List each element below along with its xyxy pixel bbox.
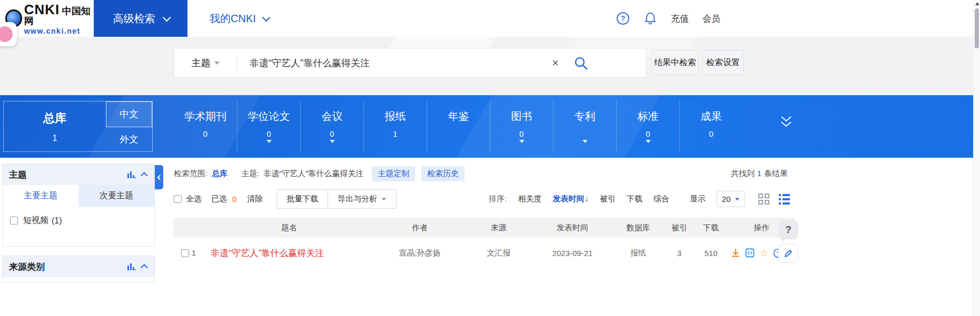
result-count-number: 1: [757, 169, 761, 178]
recharge-link[interactable]: 充值: [671, 13, 689, 25]
page-scrollbar[interactable]: [973, 0, 980, 316]
col-downloads: 下载: [694, 223, 728, 233]
dropdown-arrow-icon: [382, 198, 387, 200]
topic-item-label: 短视频: [23, 215, 48, 226]
floating-avatar[interactable]: [0, 22, 17, 46]
nav-item-patent[interactable]: 专利: [553, 101, 616, 152]
nav-item-thesis[interactable]: 学位论文 0: [237, 101, 300, 152]
sort-relevance[interactable]: 相关度: [518, 194, 542, 204]
col-title: 题名: [203, 223, 375, 233]
topic-group-header: 主题: [3, 164, 154, 185]
result-cited-count[interactable]: 3: [665, 249, 694, 258]
sort-label: 排序:: [489, 194, 507, 204]
search-history-badge[interactable]: 检索历史: [421, 166, 464, 181]
result-database: 报纸: [612, 248, 665, 258]
topic-custom-badge[interactable]: 主题定制: [372, 166, 415, 181]
nav-item-journal[interactable]: 学术期刊 0: [174, 101, 237, 152]
clear-selection-link[interactable]: 清除: [247, 194, 263, 204]
search-field-selector[interactable]: 主题: [174, 57, 236, 69]
nav-item-book[interactable]: 图书 0: [490, 101, 553, 152]
search-in-results-button[interactable]: 结果中检索: [651, 50, 699, 75]
result-source[interactable]: 文汇报: [464, 248, 533, 258]
sort-download[interactable]: 下载: [627, 194, 642, 204]
logo-site-url: www.cnki.net: [24, 27, 94, 35]
expand-more-chevron-icon[interactable]: [778, 115, 794, 129]
download-icon[interactable]: [731, 248, 740, 258]
my-cnki-menu[interactable]: 我的CNKI: [210, 12, 268, 26]
topic-query-text: 非遗“守艺人”靠什么赢得关注: [263, 169, 363, 179]
select-all-checkbox[interactable]: [174, 195, 182, 203]
nav-item-newspaper[interactable]: 报纸 1: [363, 101, 427, 152]
row-checkbox[interactable]: [181, 249, 189, 257]
tab-chinese[interactable]: 中文: [106, 101, 152, 127]
sort-desc-arrow-icon: ↓: [585, 194, 589, 203]
chevron-down-icon: [162, 13, 171, 22]
caret-down-icon: [266, 140, 272, 143]
col-date: 发表时间: [533, 223, 612, 233]
advanced-search-button[interactable]: 高级检索: [94, 0, 187, 37]
topic-filter-item[interactable]: 短视频 (1): [10, 215, 147, 226]
table-row: 1 非遗“守艺人”靠什么赢得关注 宣晶;孙彦扬 文汇报 2023-09-21 报…: [174, 238, 795, 268]
member-link[interactable]: 会员: [702, 13, 720, 25]
grid-view-icon[interactable]: [758, 193, 769, 205]
select-all-label[interactable]: 全选: [186, 194, 202, 204]
tab-foreign[interactable]: 外文: [106, 127, 152, 152]
result-title-link[interactable]: 非遗“守艺人”靠什么赢得关注: [203, 247, 375, 259]
favorite-star-icon[interactable]: ☆: [759, 248, 768, 258]
nav-item-yearbook[interactable]: 年鉴: [427, 101, 490, 152]
help-icon[interactable]: ?: [616, 12, 630, 25]
page-size-select[interactable]: 20: [717, 191, 745, 207]
search-icon[interactable]: [573, 56, 588, 70]
feedback-bubble-icon[interactable]: ?: [778, 220, 798, 239]
sort-publish-time[interactable]: 发表时间↓: [553, 194, 589, 204]
topic-label: 主题:: [241, 169, 259, 179]
cnki-logo[interactable]: CNKI 中国知网 www.cnki.net: [5, 3, 94, 35]
svg-text:?: ?: [621, 14, 626, 23]
caret-down-icon: [582, 140, 588, 143]
nav-item-standard[interactable]: 标准 0: [616, 101, 679, 152]
bar-chart-icon[interactable]: [127, 170, 136, 179]
sidebar-collapse-handle[interactable]: [155, 165, 163, 189]
notification-bell-icon[interactable]: [644, 12, 657, 25]
col-database: 数据库: [612, 223, 665, 233]
scroll-up-arrow-icon[interactable]: [975, 2, 979, 5]
chevron-down-icon: [262, 13, 271, 22]
total-db-block: 总库 1 中文 外文: [3, 101, 153, 152]
batch-download-button[interactable]: 批量下载: [276, 189, 328, 209]
bar-chart-icon[interactable]: [127, 262, 136, 271]
scrollbar-thumb[interactable]: [975, 8, 979, 48]
group-title: 主题: [9, 169, 27, 181]
topic-item-count: (1): [52, 216, 62, 226]
sort-cited[interactable]: 被引: [600, 194, 616, 204]
top-header: CNKI 中国知网 www.cnki.net 高级检索 我的CNKI ? 充值 …: [0, 0, 980, 37]
source-group-header: 来源类别: [3, 256, 154, 277]
nav-item-conference[interactable]: 会议 0: [300, 101, 363, 152]
tab-secondary-topic[interactable]: 次要主题: [78, 185, 154, 207]
nav-item-achievement[interactable]: 成果 0: [679, 101, 743, 152]
result-authors[interactable]: 宣晶;孙彦扬: [375, 248, 464, 258]
checkbox[interactable]: [10, 217, 18, 225]
collapse-caret-icon[interactable]: [141, 172, 148, 179]
source-filter-box: 来源类别: [2, 256, 155, 283]
tab-primary-topic[interactable]: 主要主题: [3, 185, 78, 207]
total-count: 1: [53, 134, 57, 143]
selected-count: 0: [232, 195, 236, 203]
nav-item-total[interactable]: 总库 1: [4, 101, 106, 151]
chevron-left-icon: [157, 175, 162, 180]
search-settings-button[interactable]: 检索设置: [702, 50, 744, 75]
dropdown-arrow-icon: [735, 198, 739, 200]
result-download-count[interactable]: 510: [694, 249, 728, 258]
export-analyze-button[interactable]: 导出与分析: [328, 189, 397, 209]
scope-value-link[interactable]: 总库: [212, 169, 227, 179]
html-read-icon[interactable]: [745, 248, 755, 258]
collapse-caret-icon[interactable]: [141, 264, 148, 271]
results-main: 检索范围: 总库 主题: 非遗“守艺人”靠什么赢得关注 主题定制 检索历史 共找…: [174, 158, 795, 268]
search-bar: 主题 ×: [174, 48, 647, 78]
search-input[interactable]: [237, 57, 549, 68]
topic-tabs: 主要主题 次要主题: [3, 185, 154, 207]
sort-overall[interactable]: 综合: [654, 194, 669, 204]
list-view-icon[interactable]: [779, 194, 790, 205]
note-pencil-icon[interactable]: [778, 244, 798, 263]
clear-search-icon[interactable]: ×: [552, 57, 559, 69]
avatar-icon: [0, 26, 13, 42]
